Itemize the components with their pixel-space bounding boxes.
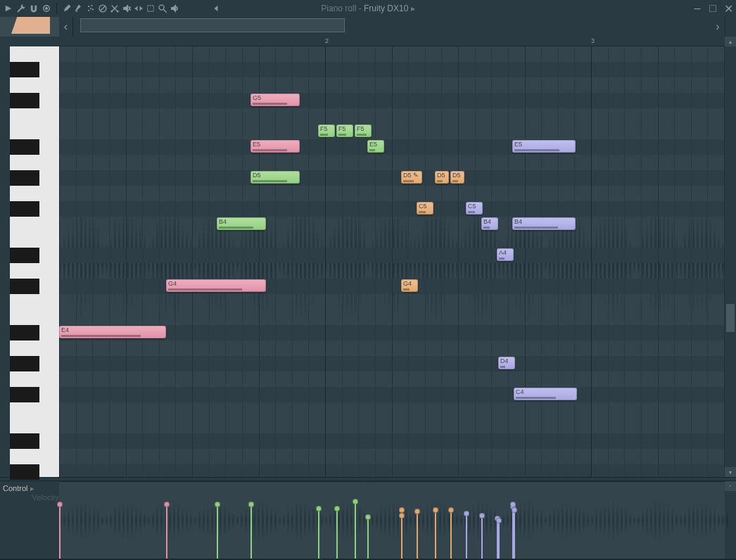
grid-beatline xyxy=(192,46,193,477)
grid-barline xyxy=(591,46,592,477)
time-ruler[interactable]: 23 xyxy=(59,37,725,46)
velocity-marker[interactable] xyxy=(498,520,500,559)
timeline-overview[interactable] xyxy=(73,17,711,37)
piano-black-key[interactable] xyxy=(10,464,39,480)
velocity-editor[interactable] xyxy=(59,481,725,559)
maximize-button[interactable]: □ xyxy=(708,4,718,13)
velocity-marker[interactable] xyxy=(355,501,356,559)
record-icon[interactable] xyxy=(41,3,52,14)
svg-point-9 xyxy=(110,11,113,13)
mute-tool-icon[interactable] xyxy=(121,3,132,14)
minimize-button[interactable]: – xyxy=(692,4,702,13)
velocity-marker[interactable] xyxy=(514,509,515,559)
velocity-marker[interactable] xyxy=(367,516,369,559)
velocity-marker[interactable] xyxy=(401,515,402,559)
control-mode-dropdown[interactable]: ▸ Velocity xyxy=(30,484,58,502)
timeline-next-button[interactable]: › xyxy=(711,17,725,37)
velocity-marker[interactable] xyxy=(435,509,436,559)
piano-black-key[interactable] xyxy=(10,93,39,108)
note-e5[interactable]: E5 xyxy=(250,140,300,153)
note-b4[interactable]: B4 xyxy=(512,217,576,230)
scroll-thumb[interactable] xyxy=(726,304,735,332)
title-instrument[interactable]: Fruity DX10 xyxy=(364,4,408,13)
play-dropdown-icon[interactable] xyxy=(3,3,14,14)
piano-keyboard[interactable] xyxy=(10,46,59,477)
velocity-marker[interactable] xyxy=(318,508,319,559)
grid-subline xyxy=(342,46,343,477)
zoom-tool-icon[interactable] xyxy=(157,3,168,14)
note-d5[interactable]: D5 xyxy=(250,171,300,184)
scroll-up-button[interactable]: ▴ xyxy=(725,37,736,46)
note-g5[interactable]: G5 xyxy=(250,94,300,106)
piano-black-key[interactable] xyxy=(10,325,39,341)
grid-subline xyxy=(242,46,243,477)
velocity-marker[interactable] xyxy=(166,504,167,559)
velocity-marker[interactable] xyxy=(250,504,252,559)
vertical-scrollbar[interactable]: ▴ ▾ xyxy=(725,37,736,477)
note-d4[interactable]: D4 xyxy=(498,357,515,369)
wrench-icon[interactable] xyxy=(15,3,27,14)
overview-pattern-region[interactable] xyxy=(80,18,345,32)
preview-audio-icon[interactable] xyxy=(211,3,222,14)
channel-tab[interactable] xyxy=(11,17,50,34)
velocity-marker[interactable] xyxy=(217,504,218,559)
grid-subline xyxy=(508,46,509,477)
note-b4[interactable]: B4 xyxy=(481,217,498,230)
note-d5[interactable]: D5 xyxy=(450,171,464,184)
note-g4[interactable]: G4 xyxy=(401,279,418,292)
note-c5[interactable]: C5 xyxy=(466,202,483,215)
piano-black-key[interactable] xyxy=(10,356,39,371)
brush-tool-icon[interactable] xyxy=(73,3,84,14)
piano-black-key[interactable] xyxy=(10,248,39,263)
svg-point-6 xyxy=(88,10,89,11)
note-g4[interactable]: G4 xyxy=(166,279,266,292)
note-c5[interactable]: C5 xyxy=(417,202,433,215)
note-d5[interactable]: D5 xyxy=(435,171,449,184)
note-f5[interactable]: F5 xyxy=(336,125,353,137)
grid-subline xyxy=(292,46,293,477)
velocity-marker[interactable] xyxy=(466,513,467,559)
timeline-prev-button[interactable]: ‹ xyxy=(59,17,73,37)
note-e5[interactable]: E5 xyxy=(512,140,576,153)
svg-point-4 xyxy=(90,8,91,9)
velocity-marker[interactable] xyxy=(59,504,61,559)
cancel-tool-icon[interactable] xyxy=(97,3,108,14)
timeline-options-button[interactable] xyxy=(725,17,736,37)
close-button[interactable]: ✕ xyxy=(723,4,733,13)
squeeze-tool-icon[interactable] xyxy=(133,3,144,14)
spray-tool-icon[interactable] xyxy=(85,3,96,14)
window-controls: – □ ✕ xyxy=(692,4,733,13)
velocity-marker[interactable] xyxy=(481,515,483,559)
note-a4[interactable]: A4 xyxy=(497,248,514,261)
grid-subline xyxy=(425,46,426,477)
magnet-icon[interactable] xyxy=(28,3,39,14)
svg-point-12 xyxy=(159,5,164,10)
scroll-down-button[interactable]: ▾ xyxy=(725,467,736,477)
grid-subline xyxy=(558,46,559,477)
note-f5[interactable]: F5 xyxy=(355,125,372,137)
velocity-marker[interactable] xyxy=(336,508,338,559)
title-bar: Piano roll - Fruity DX10 ▸ – □ ✕ xyxy=(0,0,736,17)
pencil-tool-icon[interactable] xyxy=(61,3,72,14)
piano-black-key[interactable] xyxy=(10,170,39,186)
piano-black-key[interactable] xyxy=(10,139,39,155)
piano-black-key[interactable] xyxy=(10,62,39,77)
playback-tool-icon[interactable] xyxy=(169,3,180,14)
velocity-marker[interactable] xyxy=(450,509,452,559)
piano-black-key[interactable] xyxy=(10,387,39,402)
note-grid-area[interactable]: 23 E4G4B4G5E5D5F5F5F5E5D5 ✎G4C5D5D5C5B4A… xyxy=(59,37,725,477)
piano-black-key[interactable] xyxy=(10,433,39,449)
note-f5[interactable]: F5 xyxy=(318,125,335,137)
piano-black-key[interactable] xyxy=(10,201,39,217)
velocity-marker[interactable] xyxy=(417,511,418,559)
note-e5[interactable]: E5 xyxy=(367,140,384,153)
note-b4[interactable]: B4 xyxy=(217,217,266,230)
select-tool-icon[interactable] xyxy=(145,3,156,14)
note-e4[interactable]: E4 xyxy=(59,326,166,338)
control-collapse-button[interactable]: - xyxy=(725,481,736,491)
note-d5[interactable]: D5 ✎ xyxy=(401,171,422,184)
cut-tool-icon[interactable] xyxy=(109,3,120,14)
piano-black-key[interactable] xyxy=(10,279,39,294)
note-c4[interactable]: C4 xyxy=(514,388,577,400)
note-grid[interactable]: E4G4B4G5E5D5F5F5F5E5D5 ✎G4C5D5D5C5B4A4D4… xyxy=(59,46,725,477)
